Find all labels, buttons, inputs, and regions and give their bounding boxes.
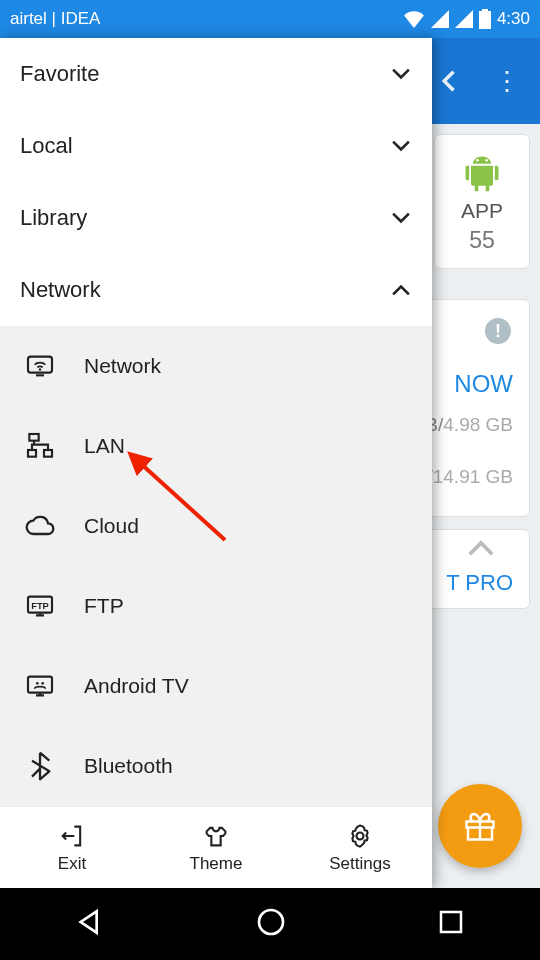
svg-rect-1 — [482, 9, 488, 12]
svg-point-3 — [485, 159, 488, 162]
nav-home-button[interactable] — [255, 906, 287, 942]
nav-recent-button[interactable] — [436, 907, 466, 941]
svg-rect-8 — [44, 450, 52, 457]
ftp-icon: FTP — [24, 590, 56, 622]
drawer-category-favorite[interactable]: Favorite — [0, 38, 432, 110]
theme-icon — [202, 822, 230, 850]
clock-text: 4:30 — [497, 9, 530, 29]
chevron-left-icon[interactable] — [436, 67, 464, 95]
android-icon — [460, 151, 504, 195]
svg-rect-0 — [479, 11, 491, 29]
settings-icon — [346, 822, 374, 850]
circle-home-icon — [255, 906, 287, 938]
gift-fab[interactable] — [438, 784, 522, 868]
network-item-ftp[interactable]: FTP FTP — [0, 566, 432, 646]
drawer-settings-button[interactable]: Settings — [288, 807, 432, 888]
battery-icon — [479, 9, 491, 29]
svg-point-16 — [259, 910, 283, 934]
network-item-bluetooth[interactable]: Bluetooth — [0, 726, 432, 806]
drawer-theme-button[interactable]: Theme — [144, 807, 288, 888]
network-item-lan[interactable]: LAN — [0, 406, 432, 486]
network-item-androidtv[interactable]: Android TV — [0, 646, 432, 726]
triangle-back-icon — [74, 906, 106, 938]
chevron-down-icon — [390, 211, 412, 225]
nav-drawer: Favorite Local Library Network Network L… — [0, 38, 432, 888]
network-item-network[interactable]: Network — [0, 326, 432, 406]
svg-point-2 — [476, 159, 479, 162]
svg-rect-7 — [28, 450, 36, 457]
network-sublist: Network LAN Cloud FTP FTP Android TV Blu… — [0, 326, 432, 806]
overflow-menu-icon[interactable]: ⋮ — [494, 66, 520, 97]
network-display-icon — [24, 350, 56, 382]
status-bar: airtel | IDEA 4:30 — [0, 0, 540, 38]
chevron-up-icon[interactable] — [465, 538, 497, 558]
carrier-text: airtel | IDEA — [10, 9, 100, 29]
exit-icon — [58, 822, 86, 850]
svg-text:FTP: FTP — [31, 601, 49, 611]
wifi-icon — [403, 10, 425, 28]
drawer-category-local[interactable]: Local — [0, 110, 432, 182]
chevron-down-icon — [390, 67, 412, 81]
cloud-icon — [24, 510, 56, 542]
signal-icon — [431, 10, 449, 28]
bluetooth-icon — [24, 750, 56, 782]
svg-rect-17 — [441, 912, 461, 932]
svg-point-12 — [36, 682, 39, 685]
system-nav-bar — [0, 888, 540, 960]
info-icon: ! — [485, 318, 511, 344]
drawer-category-network[interactable]: Network — [0, 254, 432, 326]
lan-icon — [24, 430, 56, 462]
square-recent-icon — [436, 907, 466, 937]
drawer-exit-button[interactable]: Exit — [0, 807, 144, 888]
app-tile-label: APP — [435, 199, 529, 223]
signal-icon — [455, 10, 473, 28]
chevron-down-icon — [390, 139, 412, 153]
status-right: 4:30 — [403, 9, 530, 29]
app-tile-count: 55 — [435, 227, 529, 254]
svg-rect-11 — [28, 677, 52, 693]
app-tile[interactable]: APP 55 — [434, 134, 530, 269]
drawer-footer: Exit Theme Settings — [0, 806, 432, 888]
svg-rect-6 — [29, 434, 38, 441]
network-item-cloud[interactable]: Cloud — [0, 486, 432, 566]
svg-point-14 — [357, 832, 364, 839]
svg-point-5 — [39, 368, 41, 370]
chevron-up-icon — [390, 283, 412, 297]
android-tv-icon — [24, 670, 56, 702]
svg-point-13 — [41, 682, 44, 685]
gift-icon — [462, 808, 498, 844]
drawer-category-library[interactable]: Library — [0, 182, 432, 254]
pro-label: T PRO — [446, 570, 513, 595]
nav-back-button[interactable] — [74, 906, 106, 942]
